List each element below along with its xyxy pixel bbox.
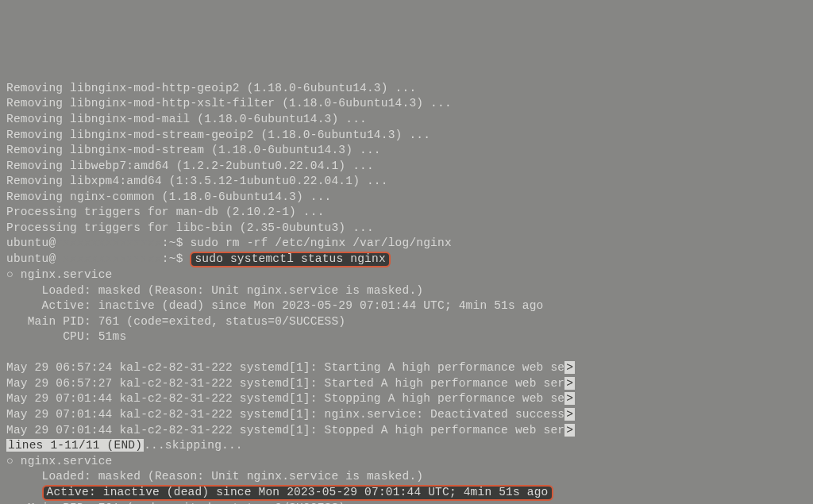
scroll-indicator: > [564, 392, 575, 405]
output-line: Removing libnginx-mod-stream-geoip2 (1.1… [6, 129, 430, 141]
output-line: Removing libnginx-mod-mail (1.18.0-6ubun… [6, 113, 367, 125]
active-indent [6, 486, 42, 498]
journal-line: May 29 07:01:44 kal-c2-82-31-222 systemd… [6, 424, 564, 437]
redacted-hostname: xxxxxxxxxxxxxxx [56, 236, 162, 252]
prompt-tail: :~$ [162, 237, 191, 249]
prompt: ubuntu@ [6, 252, 56, 265]
prompt-tail: :~$ [162, 252, 191, 265]
mainpid-line: Main PID: 761 (code=exited, status=0/SUC… [6, 315, 345, 328]
output-line: Processing triggers for libc-bin (2.35-0… [6, 221, 374, 234]
service-header: ○ nginx.service [6, 455, 113, 467]
output-line: Removing libnginx-mod-http-geoip2 (1.18.… [6, 82, 416, 94]
active-line: Active: inactive (dead) since Mon 2023-0… [6, 299, 544, 312]
journal-line: May 29 06:57:27 kal-c2-82-31-222 systemd… [6, 377, 564, 390]
loaded-line: Loaded: masked (Reason: Unit nginx.servi… [6, 284, 423, 297]
pager-status: lines 1-11/11 (END) [6, 439, 144, 452]
scroll-indicator: > [564, 361, 575, 374]
journal-line: May 29 07:01:44 kal-c2-82-31-222 systemd… [6, 408, 564, 421]
service-header: ○ nginx.service [6, 268, 113, 281]
terminal-output[interactable]: Removing libnginx-mod-http-geoip2 (1.18.… [6, 65, 807, 504]
highlighted-active-status: Active: inactive (dead) since Mon 2023-0… [42, 485, 553, 501]
command-rm: sudo rm -rf /etc/nginx /var/log/nginx [190, 237, 451, 249]
output-line: Removing libwebp7:amd64 (1.2.2-2ubuntu0.… [6, 160, 374, 172]
output-line: Removing nginx-common (1.18.0-6ubuntu14.… [6, 190, 331, 203]
redacted-hostname: xxxxxxxxxxxxxxx [56, 252, 162, 267]
scroll-indicator: > [564, 408, 575, 421]
scroll-indicator: > [564, 377, 575, 390]
loaded-line: Loaded: masked (Reason: Unit nginx.servi… [6, 470, 423, 483]
output-line: Removing libnginx-mod-http-xslt-filter (… [6, 97, 452, 110]
journal-line: May 29 07:01:44 kal-c2-82-31-222 systemd… [6, 392, 564, 405]
journal-line: May 29 06:57:24 kal-c2-82-31-222 systemd… [6, 361, 564, 374]
output-line: Removing libxpm4:amd64 (1:3.5.12-1ubuntu… [6, 175, 388, 187]
pager-skipping: ...skipping... [144, 439, 243, 452]
highlighted-command: sudo systemctl status nginx [190, 252, 390, 267]
prompt: ubuntu@ [6, 237, 56, 249]
output-line: Processing triggers for man-db (2.10.2-1… [6, 206, 325, 218]
scroll-indicator: > [564, 424, 575, 437]
cpu-line: CPU: 51ms [6, 330, 126, 343]
output-line: Removing libnginx-mod-stream (1.18.0-6ub… [6, 144, 381, 156]
